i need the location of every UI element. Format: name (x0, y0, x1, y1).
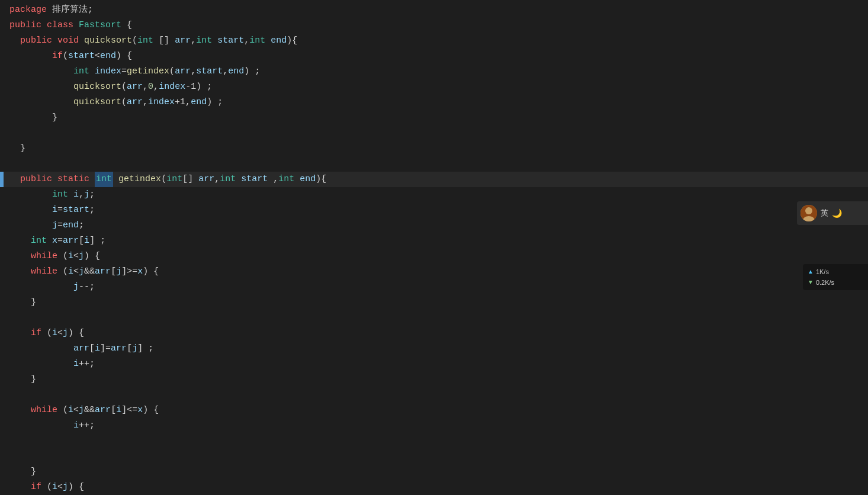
code-line (0, 433, 868, 449)
avatar (801, 205, 817, 221)
upload-icon: ▲ (808, 266, 814, 277)
code-line: quicksort(arr,0,index-1) ; (0, 79, 868, 95)
code-line: public void quicksort(int [] arr,int sta… (0, 33, 868, 49)
status-bar-overlay: 英 🌙 (797, 201, 868, 225)
network-panel: ▲ 1K/s ▼ 0.2K/s (803, 264, 868, 290)
code-line: int x=arr[i] ; (0, 233, 868, 249)
code-line: } (0, 141, 868, 156)
code-line: while (i<j) { (0, 249, 868, 264)
code-line: j--; (0, 279, 868, 295)
code-line: if (i<j) { (0, 480, 868, 495)
code-line: int index=getindex(arr,start,end) ; (0, 64, 868, 79)
code-line: } (0, 110, 868, 126)
code-line: j=end; (0, 218, 868, 233)
code-line (0, 126, 868, 141)
moon-icon: 🌙 (832, 208, 842, 218)
code-line (0, 156, 868, 172)
code-line (0, 387, 868, 403)
code-line: while (i<j&&arr[i]<=x) { (0, 403, 868, 418)
code-line: package 排序算法; (0, 2, 868, 18)
code-line (0, 310, 868, 326)
code-line: while (i<j&&arr[j]>=x) { (0, 264, 868, 279)
code-line: public static int getindex(int[] arr,int… (0, 172, 868, 187)
language-label: 英 (821, 208, 828, 218)
code-line: i=start; (0, 202, 868, 218)
code-line: public class Fastsort { (0, 18, 868, 33)
svg-point-1 (805, 207, 812, 214)
code-line: } (0, 295, 868, 310)
code-line: i++; (0, 356, 868, 372)
download-icon: ▼ (808, 277, 814, 288)
code-line: if (i<j) { (0, 326, 868, 341)
code-line: } (0, 372, 868, 387)
code-line: int i,j; (0, 187, 868, 202)
code-editor: package 排序算法;public class Fastsort { pub… (0, 0, 868, 495)
code-line: i++; (0, 418, 868, 433)
upload-speed: ▲ 1K/s (808, 266, 863, 277)
code-line: arr[i]=arr[j] ; (0, 341, 868, 356)
code-line (0, 449, 868, 464)
code-line: if(start<end) { (0, 49, 868, 64)
code-line: } (0, 464, 868, 480)
download-speed: ▼ 0.2K/s (808, 277, 863, 288)
code-line: quicksort(arr,index+1,end) ; (0, 95, 868, 110)
download-value: 0.2K/s (816, 277, 834, 288)
upload-value: 1K/s (816, 266, 829, 277)
